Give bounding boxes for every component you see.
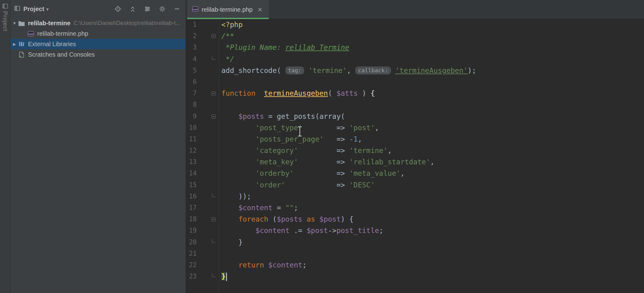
fold-start-icon[interactable]: [197, 214, 219, 225]
project-panel: Project ▼ ▼relilab-termineC:\Users\Danie…: [10, 0, 186, 293]
code-line-19[interactable]: 19 $content .= $post->post_title;: [186, 225, 644, 236]
chevron-right-icon[interactable]: ▶: [11, 42, 18, 46]
line-number: 5: [186, 65, 197, 76]
tree-item-label: relilab-termine: [28, 20, 70, 27]
chevron-down-icon[interactable]: ▼: [46, 7, 50, 12]
line-number: 14: [186, 168, 197, 179]
line-number: 19: [186, 225, 197, 236]
code-text: */: [219, 54, 234, 65]
line-number: 2: [186, 30, 197, 42]
line-number: 22: [186, 259, 197, 271]
code-line-3[interactable]: 3 *Plugin Name: relilab Termine: [186, 42, 644, 53]
fold-start-icon[interactable]: [197, 111, 219, 122]
project-tool-icon: [14, 5, 20, 13]
code-line-2[interactable]: 2/**: [186, 30, 644, 42]
code-line-23[interactable]: 23}: [186, 271, 644, 282]
line-number: 9: [186, 111, 197, 122]
code-line-17[interactable]: 17 $content = "";: [186, 202, 644, 214]
line-number: 12: [186, 145, 197, 156]
filter-icon[interactable]: [144, 5, 151, 13]
code-line-16[interactable]: 16 ));: [186, 191, 644, 202]
fold-end-icon[interactable]: [197, 237, 219, 248]
code-text: 'post_type' => 'post',: [219, 122, 379, 134]
project-panel-title[interactable]: Project: [23, 6, 44, 13]
code-text: return $content;: [219, 259, 307, 271]
code-line-4[interactable]: 4 */: [186, 54, 644, 65]
fold-spacer: [197, 156, 219, 168]
code-line-10[interactable]: 10 'post_type' => 'post',: [186, 122, 644, 134]
project-stripe-label[interactable]: Project: [2, 11, 9, 31]
external-libraries-icon: [18, 41, 25, 47]
fold-spacer: [197, 76, 219, 88]
fold-spacer: [197, 122, 219, 134]
tree-item-scratches-and-consoles[interactable]: Scratches and Consoles: [10, 49, 186, 60]
editor-tab-bar: PHP relilab-termine.php ✕: [186, 0, 644, 19]
code-text: ));: [219, 191, 251, 202]
code-text: function termineAusgeben( $atts ) {: [219, 88, 375, 99]
svg-text:PHP: PHP: [193, 8, 198, 11]
line-number: 23: [186, 271, 197, 282]
project-stripe-icon[interactable]: [2, 3, 8, 10]
line-number: 17: [186, 202, 197, 214]
tool-window-stripe: Project: [0, 0, 10, 293]
code-line-18[interactable]: 18 foreach ($posts as $post) {: [186, 214, 644, 225]
code-text: $content .= $post->post_title;: [219, 225, 383, 236]
code-line-9[interactable]: 9 $posts = get_posts(array(: [186, 111, 644, 122]
code-line-7[interactable]: 7function termineAusgeben( $atts ) {: [186, 88, 644, 99]
tree-item-label: Scratches and Consoles: [28, 51, 95, 58]
code-line-13[interactable]: 13 'meta_key' => 'relilab_startdate',: [186, 156, 644, 168]
code-line-21[interactable]: 21: [186, 248, 644, 259]
text-caret: [226, 273, 227, 281]
ide-window: Project Project ▼ ▼relilab-termineC:\Use…: [0, 0, 644, 293]
tree-item-path: C:\Users\Daniel\Desktop\relilab\relilab-…: [74, 20, 180, 26]
scratches-icon: [18, 51, 25, 58]
code-line-11[interactable]: 11 'posts_per_page' => -1,: [186, 134, 644, 145]
fold-start-icon[interactable]: [197, 88, 219, 99]
locate-icon[interactable]: [114, 5, 122, 13]
collapse-all-icon[interactable]: [129, 5, 136, 13]
fold-end-icon[interactable]: [197, 54, 219, 65]
line-number: 3: [186, 42, 197, 53]
tree-item-relilab-termine-php[interactable]: PHPrelilab-termine.php: [10, 28, 186, 39]
tree-item-external-libraries[interactable]: ▶External Libraries: [10, 39, 186, 49]
tab-close-icon[interactable]: ✕: [258, 6, 263, 13]
line-number: 7: [186, 88, 197, 99]
line-number: 16: [186, 191, 197, 202]
code-text: /**: [219, 30, 234, 42]
code-line-14[interactable]: 14 'orderby' => 'meta_value',: [186, 168, 644, 179]
code-line-22[interactable]: 22 return $content;: [186, 259, 644, 271]
fold-end-icon[interactable]: [197, 191, 219, 202]
code-text: $content = "";: [219, 202, 298, 214]
code-line-15[interactable]: 15 'order' => 'DESC': [186, 179, 644, 191]
php-file-icon: PHP: [27, 30, 34, 37]
code-text: <?php: [219, 19, 243, 30]
code-line-12[interactable]: 12 'category' => 'termine',: [186, 145, 644, 156]
fold-start-icon[interactable]: [197, 30, 219, 42]
settings-gear-icon[interactable]: [159, 5, 166, 13]
code-line-8[interactable]: 8: [186, 99, 644, 110]
code-text: [219, 248, 221, 259]
tab-label: relilab-termine.php: [202, 6, 253, 13]
fold-spacer: [197, 259, 219, 271]
code-text: 'orderby' => 'meta_value',: [219, 168, 405, 179]
line-number: 11: [186, 134, 197, 145]
tree-item-relilab-termine[interactable]: ▼relilab-termineC:\Users\Daniel\Desktop\…: [10, 18, 186, 28]
code-line-6[interactable]: 6: [186, 76, 644, 88]
line-number: 20: [186, 237, 197, 248]
line-number: 1: [186, 19, 197, 30]
fold-spacer: [197, 248, 219, 259]
code-line-1[interactable]: 1<?php: [186, 19, 644, 30]
code-editor[interactable]: 1<?php2/**3 *Plugin Name: relilab Termin…: [186, 19, 644, 293]
code-line-20[interactable]: 20 }: [186, 237, 644, 248]
fold-end-icon[interactable]: [197, 271, 219, 282]
fold-spacer: [197, 65, 219, 76]
chevron-down-icon[interactable]: ▼: [11, 21, 18, 26]
fold-spacer: [197, 145, 219, 156]
code-text: 'category' => 'termine',: [219, 145, 392, 156]
fold-spacer: [197, 179, 219, 191]
code-text: 'posts_per_page' => -1,: [219, 134, 362, 145]
hide-panel-icon[interactable]: [173, 5, 181, 13]
tab-relilab-termine-php[interactable]: PHP relilab-termine.php ✕: [187, 0, 269, 19]
code-line-5[interactable]: 5add_shortcode( tag: 'termine', callback…: [186, 65, 644, 76]
code-text: 'meta_key' => 'relilab_startdate',: [219, 156, 434, 168]
